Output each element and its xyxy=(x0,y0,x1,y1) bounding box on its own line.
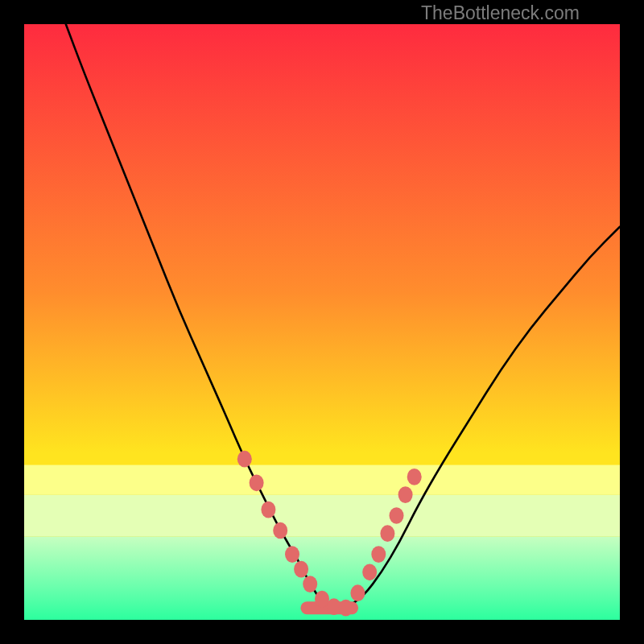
sample-point xyxy=(390,507,404,524)
sample-point xyxy=(250,474,264,491)
sample-point xyxy=(237,451,252,468)
sample-point xyxy=(273,522,287,539)
sample-point xyxy=(407,469,422,485)
watermark-text: TheBottleneck.com xyxy=(421,2,580,24)
lemon-band xyxy=(24,465,620,495)
sample-point xyxy=(350,584,365,601)
sample-point xyxy=(303,576,317,592)
sample-point xyxy=(339,600,353,617)
sample-point xyxy=(371,546,386,563)
bottleneck-chart xyxy=(24,24,620,620)
sample-point xyxy=(362,564,377,580)
sample-point xyxy=(380,525,394,542)
sample-point xyxy=(261,502,275,518)
sample-point xyxy=(398,486,413,503)
sample-point xyxy=(294,561,308,578)
sample-point xyxy=(285,546,299,563)
pale-band xyxy=(24,495,620,537)
